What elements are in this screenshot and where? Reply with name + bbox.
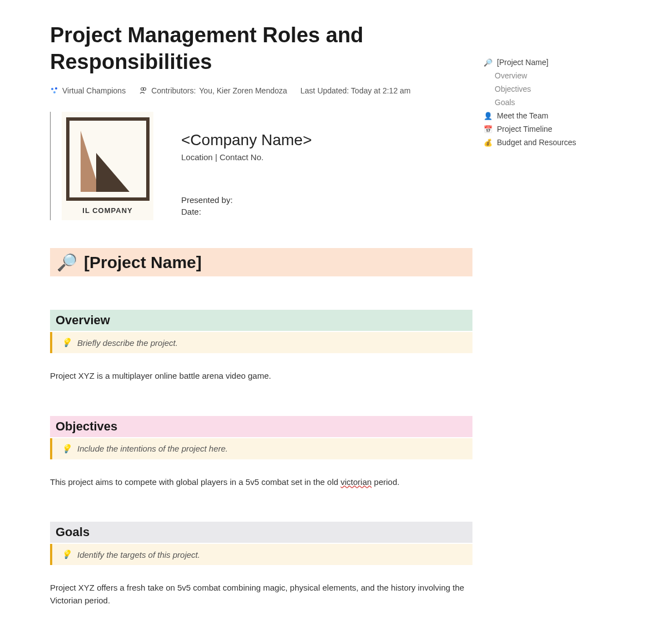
- spell-error-word: victorian: [341, 477, 372, 487]
- bulb-icon: 💡: [61, 338, 72, 348]
- meta-row: Virtual Champions Contributors: You, Kie…: [50, 86, 472, 95]
- project-name-title: [Project Name]: [84, 253, 202, 272]
- toc-label: Meet the Team: [497, 111, 548, 120]
- person-icon: 👤: [484, 111, 492, 120]
- toc-label: Objectives: [495, 85, 531, 93]
- toc-label: Overview: [495, 71, 527, 80]
- goals-callout-text: Identify the targets of this project.: [77, 550, 200, 559]
- toc-label: [Project Name]: [497, 58, 549, 67]
- main-content: Project Management Roles and Responsibil…: [0, 22, 472, 607]
- money-icon: 💰: [484, 138, 492, 147]
- toc-item-timeline[interactable]: 📅 Project Timeline: [484, 122, 623, 136]
- svg-point-1: [55, 87, 57, 90]
- company-details: <Company Name> Location | Contact No. Pr…: [181, 112, 312, 220]
- bulb-icon: 💡: [61, 549, 72, 559]
- contributors-label: Contributors:: [151, 86, 196, 95]
- objectives-title: Objectives: [56, 419, 117, 433]
- last-updated: Last Updated: Today at 2:12 am: [301, 86, 411, 95]
- toc-sidebar: 🔎 [Project Name] Overview Objectives Goa…: [484, 22, 623, 607]
- objectives-body: This project aims to compete with global…: [50, 476, 472, 489]
- toc-item-meet-team[interactable]: 👤 Meet the Team: [484, 109, 623, 122]
- team-name: Virtual Champions: [62, 86, 126, 95]
- date-line: Date:: [181, 207, 312, 216]
- company-block: IL COMPANY <Company Name> Location | Con…: [50, 112, 472, 220]
- overview-body: Project XYZ is a multiplayer online batt…: [50, 370, 472, 383]
- presented-by: Presented by:: [181, 195, 312, 205]
- team-meta[interactable]: Virtual Champions: [50, 86, 126, 95]
- overview-callout: 💡 Briefly describe the project.: [50, 332, 472, 353]
- toc-item-budget[interactable]: 💰 Budget and Resources: [484, 136, 623, 149]
- logo-frame: [66, 117, 150, 201]
- svg-point-2: [53, 91, 56, 93]
- page-title: Project Management Roles and Responsibil…: [50, 22, 472, 75]
- last-updated-meta: Last Updated: Today at 2:12 am: [301, 86, 411, 95]
- company-logo: IL COMPANY: [62, 112, 153, 220]
- project-name-heading: 🔎 [Project Name]: [50, 248, 472, 276]
- objectives-body-prefix: This project aims to compete with global…: [50, 477, 341, 487]
- toc-label: Goals: [495, 98, 515, 107]
- contributors-value: You, Kier Zoren Mendoza: [199, 86, 287, 95]
- magnifier-icon: 🔎: [57, 252, 77, 272]
- goals-body: Project XYZ offers a fresh take on 5v5 c…: [50, 582, 472, 607]
- contributors-meta[interactable]: Contributors: You, Kier Zoren Mendoza: [139, 86, 287, 95]
- logo-label: IL COMPANY: [82, 206, 132, 215]
- overview-heading: Overview: [50, 310, 472, 331]
- toc-item-project-name[interactable]: 🔎 [Project Name]: [484, 56, 623, 69]
- goals-title: Goals: [56, 525, 89, 539]
- bulb-icon: 💡: [61, 444, 72, 454]
- objectives-callout-text: Include the intentions of the project he…: [77, 444, 228, 453]
- company-name: <Company Name>: [181, 131, 312, 149]
- overview-title: Overview: [56, 313, 110, 327]
- toc-label: Budget and Resources: [497, 138, 576, 147]
- svg-point-0: [51, 88, 53, 90]
- team-icon: [50, 86, 59, 95]
- toc-label: Project Timeline: [497, 125, 552, 133]
- objectives-heading: Objectives: [50, 416, 472, 437]
- overview-callout-text: Briefly describe the project.: [77, 338, 178, 348]
- objectives-body-suffix: period.: [372, 477, 400, 487]
- calendar-icon: 📅: [484, 125, 492, 133]
- goals-callout: 💡 Identify the targets of this project.: [50, 544, 472, 565]
- toc-item-goals[interactable]: Goals: [484, 96, 623, 109]
- objectives-callout: 💡 Include the intentions of the project …: [50, 438, 472, 459]
- contributors-icon: [139, 86, 148, 95]
- company-sub: Location | Contact No.: [181, 152, 312, 162]
- toc-item-overview[interactable]: Overview: [484, 69, 623, 82]
- magnifier-icon: 🔎: [484, 58, 492, 67]
- toc-item-objectives[interactable]: Objectives: [484, 82, 623, 96]
- goals-heading: Goals: [50, 522, 472, 543]
